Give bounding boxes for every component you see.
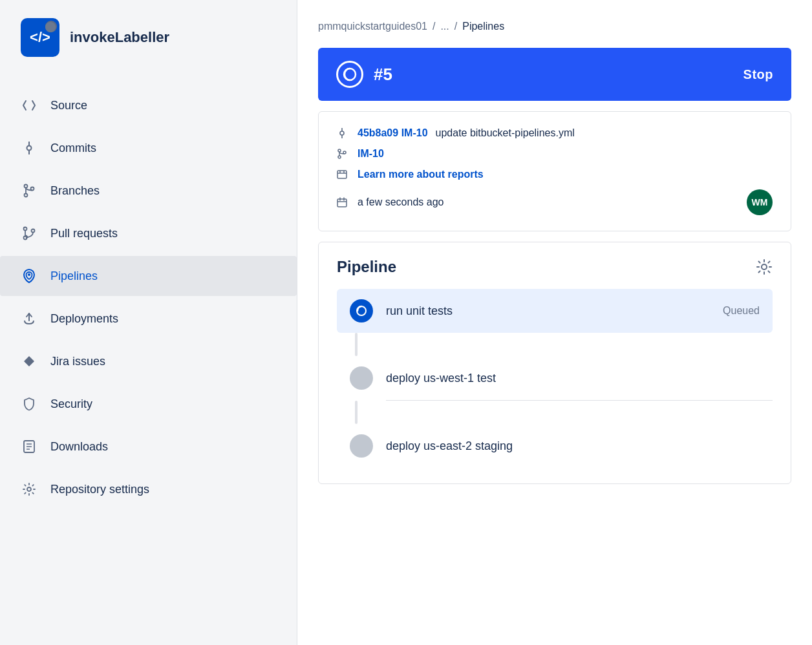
sidebar-item-downloads[interactable]: Downloads — [0, 427, 297, 467]
pipeline-header-card: #5 Stop — [318, 48, 791, 101]
repository-settings-icon — [21, 481, 37, 498]
reports-row: Learn more about reports — [337, 169, 773, 180]
breadcrumb-sep2: / — [454, 21, 457, 32]
svg-point-4 — [25, 194, 28, 197]
pipeline-step-2[interactable]: deploy us-west-1 test — [337, 356, 773, 400]
svg-marker-11 — [24, 356, 34, 366]
pipeline-section-title: Pipeline — [337, 258, 396, 276]
commit-icon — [337, 128, 350, 138]
commit-row: 45b8a09 IM-10 update bitbucket-pipelines… — [337, 127, 773, 139]
step-divider — [386, 400, 773, 401]
app-name: invokeLabeller — [70, 29, 169, 46]
app-logo: </> 🔒 — [21, 18, 59, 57]
pipeline-section-header: Pipeline — [337, 258, 773, 276]
step-pending-icon-2 — [350, 366, 373, 390]
commits-icon — [21, 140, 37, 156]
svg-point-6 — [24, 227, 27, 231]
step-connector-2 — [355, 401, 358, 424]
sidebar-item-jira-issues[interactable]: Jira issues — [0, 341, 297, 381]
breadcrumb-sep1: / — [433, 21, 435, 32]
commit-message: update bitbucket-pipelines.yml — [436, 127, 575, 139]
pipeline-section: Pipeline run unit tests Queued — [318, 242, 791, 484]
avatar: WM — [747, 189, 773, 215]
pipeline-steps: run unit tests Queued deploy us-west-1 t… — [337, 289, 773, 468]
branch-row: IM-10 — [337, 148, 773, 160]
sidebar-item-pull-requests[interactable]: Pull requests — [0, 213, 297, 253]
pipeline-running-icon — [336, 61, 363, 88]
sidebar-item-label-security: Security — [50, 397, 92, 411]
sidebar-header: </> 🔒 invokeLabeller — [0, 0, 297, 75]
timestamp-row: a few seconds ago WM — [337, 189, 773, 215]
source-icon — [21, 97, 37, 114]
sidebar-item-repository-settings[interactable]: Repository settings — [0, 469, 297, 509]
reports-icon — [337, 169, 350, 180]
pipeline-settings-button[interactable] — [756, 259, 773, 275]
svg-point-0 — [27, 146, 32, 151]
branches-icon — [21, 182, 37, 199]
svg-rect-24 — [337, 171, 347, 178]
jira-icon — [21, 353, 37, 370]
pipeline-header-left: #5 — [336, 61, 392, 88]
step-label-1: run unit tests — [386, 304, 710, 318]
step-status-1: Queued — [723, 305, 760, 317]
sidebar-item-label-deployments: Deployments — [50, 312, 118, 326]
sidebar-item-commits[interactable]: Commits — [0, 128, 297, 168]
svg-point-8 — [32, 229, 35, 233]
breadcrumb-current: Pipelines — [462, 21, 504, 32]
svg-point-21 — [338, 149, 341, 152]
sidebar-item-deployments[interactable]: Deployments — [0, 299, 297, 339]
info-card: 45b8a09 IM-10 update bitbucket-pipelines… — [318, 111, 791, 231]
step-running-icon — [350, 299, 373, 322]
reports-link[interactable]: Learn more about reports — [358, 169, 484, 180]
sidebar: </> 🔒 invokeLabeller Source — [0, 0, 297, 645]
sidebar-item-label-jira: Jira issues — [50, 355, 105, 368]
pipelines-icon — [21, 268, 37, 284]
sidebar-item-label-commits: Commits — [50, 142, 96, 155]
lock-badge: 🔒 — [45, 21, 57, 32]
branch-link[interactable]: IM-10 — [358, 148, 384, 160]
svg-point-3 — [25, 185, 28, 188]
sidebar-item-label-repository-settings: Repository settings — [50, 483, 149, 496]
main-content: pmmquickstartguides01 / ... / Pipelines … — [297, 0, 812, 645]
svg-point-22 — [338, 156, 341, 158]
sidebar-item-pipelines[interactable]: Pipelines — [0, 256, 297, 296]
sidebar-item-branches[interactable]: Branches — [0, 171, 297, 211]
sidebar-item-label-pull-requests: Pull requests — [50, 227, 118, 240]
step-label-3: deploy us-east-2 staging — [386, 439, 760, 453]
sidebar-item-label-branches: Branches — [50, 184, 100, 198]
step-label-2: deploy us-west-1 test — [386, 372, 760, 385]
pipeline-id: #5 — [374, 65, 392, 85]
svg-point-16 — [27, 487, 31, 491]
sidebar-item-label-source: Source — [50, 99, 87, 112]
pipeline-step-1[interactable]: run unit tests Queued — [337, 289, 773, 333]
svg-point-18 — [340, 131, 344, 135]
sidebar-item-source[interactable]: Source — [0, 85, 297, 125]
svg-rect-28 — [337, 199, 347, 207]
step-pending-icon-3 — [350, 434, 373, 458]
pull-requests-icon — [21, 225, 37, 242]
security-icon — [21, 396, 37, 412]
breadcrumb-ellipsis[interactable]: ... — [440, 21, 449, 32]
branch-icon — [337, 149, 350, 159]
svg-point-10 — [28, 273, 30, 276]
deployments-icon — [21, 310, 37, 327]
downloads-icon — [21, 438, 37, 455]
lock-icon: 🔒 — [48, 23, 55, 30]
breadcrumb: pmmquickstartguides01 / ... / Pipelines — [318, 21, 791, 32]
logo-code-icon: </> — [30, 29, 50, 46]
svg-point-32 — [762, 264, 767, 270]
timestamp-text: a few seconds ago — [358, 196, 443, 208]
pipeline-step-3[interactable]: deploy us-east-2 staging — [337, 424, 773, 468]
timestamp-icon — [337, 197, 350, 207]
sidebar-navigation: Source Commits — [0, 75, 297, 520]
sidebar-item-security[interactable]: Security — [0, 384, 297, 424]
breadcrumb-workspace[interactable]: pmmquickstartguides01 — [318, 21, 427, 32]
step-connector-1 — [355, 333, 358, 356]
sidebar-item-label-downloads: Downloads — [50, 440, 108, 454]
stop-button[interactable]: Stop — [743, 67, 773, 82]
commit-link[interactable]: 45b8a09 IM-10 — [358, 127, 428, 139]
sidebar-item-label-pipelines: Pipelines — [50, 270, 98, 283]
